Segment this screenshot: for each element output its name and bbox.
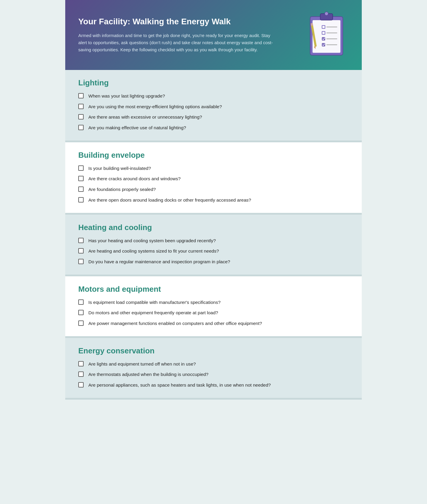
svg-rect-14	[310, 23, 313, 26]
list-item: Are you making effective use of natural …	[78, 125, 349, 131]
checklist-item-text: Are heating and cooling systems sized to…	[88, 248, 219, 254]
section-heating-cooling: Heating and coolingHas your heating and …	[65, 215, 362, 276]
section-title-building-envelope: Building envelope	[78, 151, 349, 160]
checklist-item-text: Is equipment load compatible with manufa…	[88, 299, 221, 306]
list-item: Are you using the most energy-efficient …	[78, 103, 349, 110]
svg-rect-1	[313, 20, 340, 53]
list-item: Are heating and cooling systems sized to…	[78, 248, 349, 254]
list-item: Is your building well-insulated?	[78, 165, 349, 172]
checkbox[interactable]	[78, 114, 84, 119]
list-item: Is equipment load compatible with manufa…	[78, 299, 349, 306]
checkbox[interactable]	[78, 104, 84, 109]
list-item: Are thermostats adjusted when the buildi…	[78, 371, 349, 378]
svg-point-3	[325, 12, 328, 15]
list-item: Are there open doors around loading dock…	[78, 197, 349, 203]
section-title-energy-conservation: Energy conservation	[78, 346, 349, 355]
list-item: Do you have a regular maintenance and in…	[78, 259, 349, 265]
checklist-item-text: Are thermostats adjusted when the buildi…	[88, 371, 208, 378]
list-item: Are there cracks around doors and window…	[78, 176, 349, 182]
checkbox[interactable]	[78, 320, 84, 326]
checklist-item-text: Are foundations properly sealed?	[88, 186, 156, 193]
checkbox[interactable]	[78, 382, 84, 387]
checklist-item-text: Is your building well-insulated?	[88, 165, 151, 172]
section-title-motors-equipment: Motors and equipment	[78, 285, 349, 294]
section-title-lighting: Lighting	[78, 78, 349, 87]
checklist-item-text: Are lights and equipment turned off when…	[88, 361, 196, 367]
checklist-item-text: Are there cracks around doors and window…	[88, 176, 181, 182]
checklist-item-text: Are you making effective use of natural …	[88, 125, 186, 131]
checkbox[interactable]	[78, 125, 84, 130]
checkbox[interactable]	[78, 248, 84, 253]
checklist-item-text: Are personal appliances, such as space h…	[88, 382, 271, 388]
checkbox[interactable]	[78, 197, 84, 202]
checkbox[interactable]	[78, 186, 84, 192]
list-item: Are there areas with excessive or unnece…	[78, 114, 349, 120]
section-energy-conservation: Energy conservationAre lights and equipm…	[65, 338, 362, 400]
page-title: Your Facility: Walking the Energy Walk	[78, 17, 280, 27]
checkbox[interactable]	[78, 93, 84, 98]
section-building-envelope: Building envelopeIs your building well-i…	[65, 142, 362, 215]
sections-container: LightingWhen was your last lighting upgr…	[65, 70, 362, 400]
list-item: Do motors and other equipment frequently…	[78, 310, 349, 316]
clipboard-icon	[307, 11, 349, 59]
list-item: Are personal appliances, such as space h…	[78, 382, 349, 388]
list-item: Has your heating and cooling system been…	[78, 237, 349, 244]
checklist-item-text: Are you using the most energy-efficient …	[88, 103, 222, 110]
checklist-building-envelope: Is your building well-insulated?Are ther…	[78, 165, 349, 203]
checklist-motors-equipment: Is equipment load compatible with manufa…	[78, 299, 349, 327]
checkbox[interactable]	[78, 310, 84, 315]
checkbox[interactable]	[78, 299, 84, 305]
section-title-heating-cooling: Heating and cooling	[78, 223, 349, 232]
page-header: Your Facility: Walking the Energy Walk A…	[65, 0, 362, 70]
section-lighting: LightingWhen was your last lighting upgr…	[65, 70, 362, 142]
list-item: Are lights and equipment turned off when…	[78, 361, 349, 367]
checkbox[interactable]	[78, 259, 84, 264]
checklist-heating-cooling: Has your heating and cooling system been…	[78, 237, 349, 265]
checklist-item-text: Are power management functions enabled o…	[88, 320, 262, 327]
checkbox[interactable]	[78, 371, 84, 377]
checklist-item-text: Has your heating and cooling system been…	[88, 237, 216, 244]
list-item: Are power management functions enabled o…	[78, 320, 349, 327]
checkbox[interactable]	[78, 165, 84, 171]
checklist-item-text: Do motors and other equipment frequently…	[88, 310, 218, 316]
list-item: Are foundations properly sealed?	[78, 186, 349, 193]
checkbox[interactable]	[78, 238, 84, 243]
checklist-energy-conservation: Are lights and equipment turned off when…	[78, 361, 349, 388]
checkbox[interactable]	[78, 361, 84, 366]
checklist-lighting: When was your last lighting upgrade?Are …	[78, 93, 349, 131]
checklist-item-text: Are there areas with excessive or unnece…	[88, 114, 202, 120]
section-motors-equipment: Motors and equipmentIs equipment load co…	[65, 276, 362, 338]
checklist-item-text: Are there open doors around loading dock…	[88, 197, 251, 203]
header-description: Armed with information and time to get t…	[78, 32, 280, 53]
list-item: When was your last lighting upgrade?	[78, 93, 349, 99]
checklist-item-text: Do you have a regular maintenance and in…	[88, 259, 230, 265]
header-text-block: Your Facility: Walking the Energy Walk A…	[78, 17, 280, 53]
checkbox[interactable]	[78, 176, 84, 181]
checklist-item-text: When was your last lighting upgrade?	[88, 93, 165, 99]
